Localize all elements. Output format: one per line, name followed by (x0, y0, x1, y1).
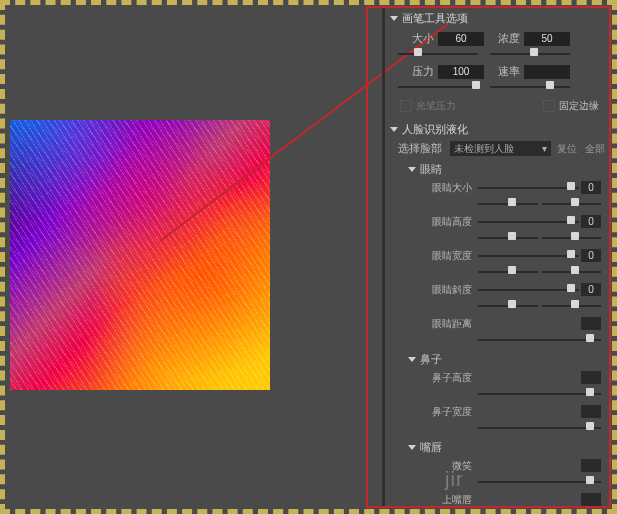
slider[interactable] (478, 235, 538, 241)
mouth-label-1: 上嘴唇 (420, 493, 476, 507)
brush-options-title: 画笔工具选项 (402, 11, 468, 26)
mouth-header[interactable]: 嘴唇 (406, 440, 607, 455)
nose-header[interactable]: 鼻子 (406, 352, 607, 367)
disclosure-triangle-icon (390, 127, 398, 132)
eyes-slider-3-l[interactable] (478, 287, 579, 293)
slider[interactable] (542, 201, 602, 207)
nose-slider-1[interactable] (478, 425, 601, 431)
eyes-slider-1-l[interactable] (478, 219, 579, 225)
eyes-header[interactable]: 眼睛 (406, 162, 607, 177)
eyes-label-0: 眼睛大小 (420, 181, 476, 195)
eyes-label-1: 眼睛高度 (420, 215, 476, 229)
disclosure-triangle-icon (390, 16, 398, 21)
size-input[interactable]: 60 (438, 32, 484, 46)
disclosure-triangle-icon (408, 445, 416, 450)
nose-slider-0[interactable] (478, 391, 601, 397)
pressure-input[interactable]: 100 (438, 65, 484, 79)
disclosure-triangle-icon (408, 167, 416, 172)
panel-divider (382, 8, 385, 506)
eyes-value-1[interactable]: 0 (581, 215, 601, 228)
eyes-slider-0-l[interactable] (478, 185, 579, 191)
lock-edge-check[interactable]: 固定边缘 (543, 99, 599, 113)
checkbox-icon (400, 100, 412, 112)
eyes-slider-4[interactable] (478, 337, 601, 343)
slider[interactable] (478, 269, 538, 275)
nose-value-1[interactable] (581, 405, 601, 418)
slider[interactable] (478, 201, 538, 207)
nose-label-1: 鼻子宽度 (420, 405, 476, 419)
eyes-slider-2-l[interactable] (478, 253, 579, 259)
mouth-value-0[interactable] (581, 459, 601, 472)
nose-value-0[interactable] (581, 371, 601, 384)
slider[interactable] (542, 269, 602, 275)
mouth-slider-0[interactable] (478, 479, 601, 485)
eyes-label-3: 眼睛斜度 (420, 283, 476, 297)
mouth-label-0: 微笑 (420, 459, 476, 473)
rate-input[interactable] (524, 65, 570, 79)
eyes-value-4[interactable] (581, 317, 601, 330)
select-face-dropdown[interactable]: 未检测到人脸 ▾ (450, 141, 551, 156)
nose-label-0: 鼻子高度 (420, 371, 476, 385)
eyes-label-2: 眼睛宽度 (420, 249, 476, 263)
rate-slider[interactable] (490, 84, 570, 90)
slider[interactable] (542, 235, 602, 241)
size-slider[interactable] (398, 51, 478, 57)
nose-title: 鼻子 (420, 352, 442, 367)
mouth-title: 嘴唇 (420, 440, 442, 455)
pressure-slider[interactable] (398, 84, 478, 90)
slider[interactable] (542, 303, 602, 309)
select-face-label: 选择脸部 (398, 141, 446, 156)
chevron-down-icon: ▾ (542, 143, 547, 154)
reset-button[interactable]: 复位 (555, 142, 579, 156)
face-aware-title: 人脸识别液化 (402, 122, 468, 137)
rate-label: 速率 (484, 64, 524, 79)
size-label: 大小 (398, 31, 438, 46)
eyes-value-2[interactable]: 0 (581, 249, 601, 262)
mouth-value-1[interactable] (581, 493, 601, 506)
eyes-label-4: 眼睛距离 (420, 317, 476, 331)
density-label: 浓度 (484, 31, 524, 46)
eyes-value-3[interactable]: 0 (581, 283, 601, 296)
light-pressure-check[interactable]: 光笔压力 (400, 99, 456, 113)
density-slider[interactable] (490, 51, 570, 57)
canvas[interactable] (10, 120, 270, 390)
checkbox-icon (543, 100, 555, 112)
disclosure-triangle-icon (408, 357, 416, 362)
all-button[interactable]: 全部 (583, 142, 607, 156)
face-aware-header[interactable]: 人脸识别液化 (388, 122, 607, 136)
slider[interactable] (478, 303, 538, 309)
eyes-title: 眼睛 (420, 162, 442, 177)
brush-options-header[interactable]: 画笔工具选项 (388, 11, 607, 25)
liquify-panel: 画笔工具选项 大小 60 浓度 50 压力 100 速率 光笔压力 固定边缘 人… (388, 8, 607, 506)
pressure-label: 压力 (398, 64, 438, 79)
eyes-value-0[interactable]: 0 (581, 181, 601, 194)
density-input[interactable]: 50 (524, 32, 570, 46)
